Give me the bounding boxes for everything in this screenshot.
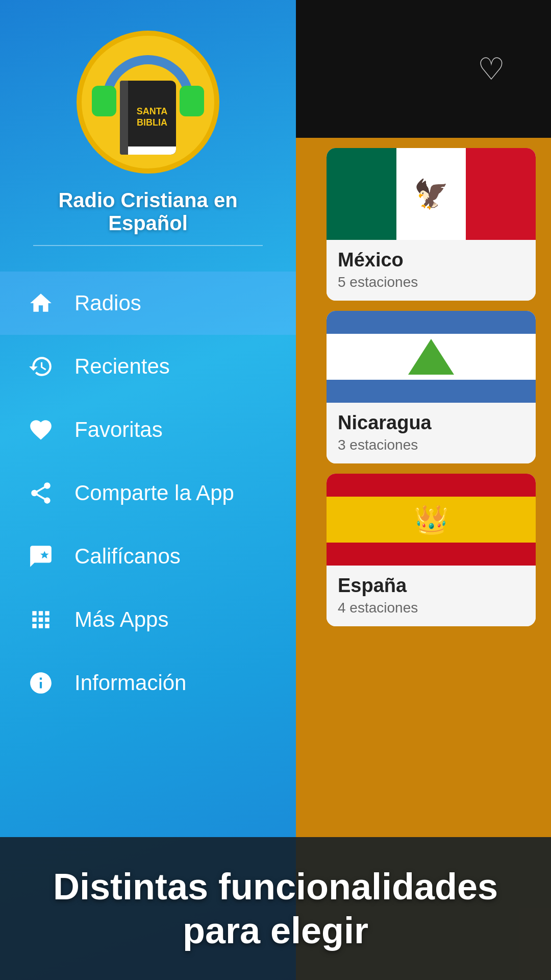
menu-label-calificanos: Califícanos <box>74 544 181 569</box>
mexico-card[interactable]: 🦅 México 5 estaciones <box>327 148 536 301</box>
nicaragua-name: Nicaragua <box>338 412 524 434</box>
history-icon <box>26 351 56 382</box>
menu-label-radios: Radios <box>74 291 141 315</box>
menu-item-recientes[interactable]: Recientes <box>0 335 296 398</box>
nicaragua-stations: 3 estaciones <box>338 437 524 453</box>
bottom-banner: Distintas funcionalidades para elegir <box>0 837 551 980</box>
menu-label-mas-apps: Más Apps <box>74 607 168 632</box>
menu-label-comparte: Comparte la App <box>74 481 234 505</box>
favorite-icon[interactable]: ♡ <box>478 51 505 87</box>
banner-line1: Distintas funcionalidades <box>53 865 498 909</box>
menu-label-informacion: Información <box>74 671 186 695</box>
spain-name: España <box>338 575 524 597</box>
bible-book: SANTABIBLIA <box>120 81 176 155</box>
app-title: Radio Cristiana en Español <box>20 189 276 235</box>
home-icon <box>26 288 56 318</box>
spain-stations: 4 estaciones <box>338 600 524 616</box>
menu-item-informacion[interactable]: Información <box>0 651 296 715</box>
spain-flag: 👑 <box>327 474 536 566</box>
menu-item-mas-apps[interactable]: Más Apps <box>0 588 296 651</box>
header-divider <box>33 245 263 246</box>
nicaragua-flag <box>327 311 536 403</box>
book-title: SANTABIBLIA <box>133 106 172 128</box>
banner-line2: para elegir <box>183 909 368 952</box>
menu-item-favoritas[interactable]: Favoritas <box>0 398 296 461</box>
menu-label-favoritas: Favoritas <box>74 418 163 442</box>
menu-label-recientes: Recientes <box>74 354 170 379</box>
menu-item-comparte[interactable]: Comparte la App <box>0 461 296 525</box>
navigation-drawer: SANTABIBLIA Radio Cristiana en Español R… <box>0 0 296 980</box>
spain-card[interactable]: 👑 España 4 estaciones <box>327 474 536 626</box>
mexico-stations: 5 estaciones <box>338 274 524 290</box>
menu-item-calificanos[interactable]: Califícanos <box>0 525 296 588</box>
app-logo: SANTABIBLIA <box>77 31 219 174</box>
heart-icon <box>26 414 56 445</box>
drawer-header: SANTABIBLIA Radio Cristiana en Español <box>0 0 296 266</box>
info-icon <box>26 668 56 698</box>
mexico-name: México <box>338 249 524 271</box>
menu-item-radios[interactable]: Radios <box>0 272 296 335</box>
grid-icon <box>26 604 56 635</box>
mexico-flag: 🦅 <box>327 148 536 240</box>
share-icon <box>26 478 56 508</box>
rate-icon <box>26 541 56 572</box>
nicaragua-card[interactable]: Nicaragua 3 estaciones <box>327 311 536 463</box>
